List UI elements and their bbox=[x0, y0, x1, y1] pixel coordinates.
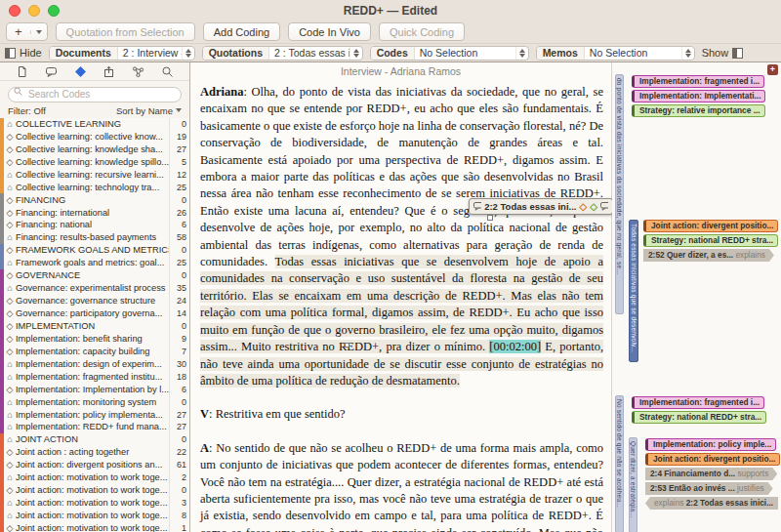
sort-control[interactable]: Sort by Name bbox=[116, 105, 182, 116]
code-row[interactable]: ◇Joint action: divergent positions an...… bbox=[0, 459, 189, 471]
code-row[interactable]: ⌂Financing: results-based payments58 bbox=[0, 231, 189, 244]
code-name: Governance: experimentalist process bbox=[16, 283, 169, 293]
code-diamond-icon[interactable]: ◇ bbox=[579, 202, 587, 212]
code-name: Implementation: policy implementa... bbox=[16, 410, 169, 420]
code-row[interactable]: ◇Collective learning: knowledge sha...27 bbox=[0, 143, 189, 155]
quotation-link-tag[interactable]: 2:4 Financiamento d... supports bbox=[645, 468, 777, 480]
code-row[interactable]: ⌂Implementation: monitoring system0 bbox=[0, 395, 189, 408]
code-count: 25 bbox=[169, 181, 189, 193]
code-label[interactable]: Strategy: relative importance ... bbox=[632, 104, 765, 117]
code-diamond-icon: ◇ bbox=[4, 132, 16, 142]
code-label[interactable]: Strategy: national REDD+ stra... bbox=[643, 234, 778, 247]
code-label[interactable]: Implementation: Implementati... bbox=[632, 90, 765, 102]
code-name: JOINT ACTION bbox=[16, 434, 169, 444]
code-label[interactable]: Implementation: policy imple... bbox=[645, 438, 776, 451]
code-count: 14 bbox=[169, 307, 189, 320]
code-row[interactable]: ◇Joint action: motivation to work toge..… bbox=[0, 522, 189, 532]
search-icon[interactable] bbox=[161, 65, 174, 78]
quotation-from-selection-button[interactable]: Quotation from Selection bbox=[56, 22, 195, 41]
quick-coding-button[interactable]: Quick Coding bbox=[379, 22, 465, 41]
code-diamond-icon: ◇ bbox=[4, 296, 16, 306]
code-count: 0 bbox=[169, 395, 189, 408]
documents-dropdown[interactable]: Documents 2 : Interview - Adrian... bbox=[49, 46, 195, 61]
code-count: 18 bbox=[169, 370, 189, 383]
search-codes-input[interactable] bbox=[8, 87, 182, 102]
code-count: 22 bbox=[169, 446, 189, 459]
code-row[interactable]: ◇Implementation: benefit sharing9 bbox=[0, 332, 189, 345]
add-coding-button[interactable]: Add Coding bbox=[203, 22, 281, 41]
code-row[interactable]: ⌂JOINT ACTION0 bbox=[0, 433, 189, 446]
code-count: 19 bbox=[169, 130, 189, 143]
code-row[interactable]: ⌂Governance: experimentalist process35 bbox=[0, 282, 189, 295]
code-label[interactable]: Strategy: national REDD+ stra... bbox=[632, 411, 766, 424]
code-row[interactable]: ⌂Implementation: REDD+ fund mana...27 bbox=[0, 421, 189, 433]
hide-panel-button[interactable]: Hide bbox=[5, 47, 42, 59]
code-row[interactable]: ◇GOVERNANCE0 bbox=[0, 269, 189, 282]
quotations-dropdown[interactable]: Quotations 2 : Todas essas inicia... bbox=[202, 46, 363, 61]
quotation-link-tag[interactable]: explains 2:2 Todas essas inici... bbox=[645, 497, 778, 510]
code-row[interactable]: ◇Collective learning: knowledge spillo..… bbox=[0, 155, 189, 168]
filter-status[interactable]: Filter: Off bbox=[8, 105, 46, 116]
code-row[interactable]: ◇Collective learning: collective know...… bbox=[0, 130, 189, 143]
stepper-arrows-icon bbox=[182, 47, 194, 60]
code-in-vivo-button[interactable]: Code In Vivo bbox=[288, 22, 371, 41]
code-row[interactable]: ⌂Collective learning: technology tra...2… bbox=[0, 181, 189, 193]
code-row[interactable]: ◇Implementation: Implementation by l...6 bbox=[0, 383, 189, 395]
selection-handle[interactable] bbox=[487, 215, 493, 221]
export-icon[interactable] bbox=[103, 65, 115, 78]
code-count: 0 bbox=[169, 269, 189, 282]
code-row[interactable]: ◇Joint action : acting together22 bbox=[0, 446, 189, 459]
code-row[interactable]: ⌂Implementation: fragmented institu...18 bbox=[0, 370, 189, 383]
code-label[interactable]: Joint action: divergent positio... bbox=[643, 220, 778, 232]
memo-bubble-icon[interactable] bbox=[45, 65, 58, 78]
quotation-stripe-1[interactable]: do ponto de vista das iniciativas da soc… bbox=[615, 74, 624, 314]
margin-add-button[interactable]: + bbox=[767, 64, 778, 75]
chevron-down-icon[interactable] bbox=[30, 30, 47, 34]
code-count: 0 bbox=[169, 320, 189, 333]
selection-handle[interactable] bbox=[345, 343, 349, 348]
code-row[interactable]: ◇FRAMEWORK GOALS AND METRICS0 bbox=[0, 244, 189, 257]
code-row[interactable]: ◇FINANCING0 bbox=[0, 193, 189, 206]
quotation-link-tag[interactable]: 2:52 Quer dizer, a es... explains bbox=[643, 249, 774, 262]
speaker-name: A bbox=[200, 441, 209, 455]
codes-diamond-icon[interactable] bbox=[74, 65, 87, 78]
memos-dropdown[interactable]: Memos No Selection bbox=[536, 46, 695, 61]
code-row[interactable]: ⌂COLLECTIVE LEARNING0 bbox=[0, 118, 189, 131]
codes-dropdown[interactable]: Codes No Selection bbox=[370, 46, 529, 61]
show-panel-button[interactable]: Show bbox=[702, 47, 744, 59]
code-name: Framework goals and metrics: goal... bbox=[16, 258, 169, 267]
code-diamond-icon[interactable]: ◇ bbox=[590, 202, 597, 212]
network-icon[interactable] bbox=[132, 65, 144, 78]
code-row[interactable]: ⌂Joint action: motivation to work toge..… bbox=[0, 471, 189, 484]
code-row[interactable]: ⌂Joint action: motivation to work toge..… bbox=[0, 510, 189, 522]
document-text[interactable]: Adriana: Olha, do ponto de vista das ini… bbox=[200, 84, 603, 532]
code-row[interactable]: ◇IMPLEMENTATION0 bbox=[0, 320, 189, 333]
new-item-button[interactable]: + bbox=[6, 22, 48, 41]
quotation-bubble-icon bbox=[600, 202, 608, 211]
quotation-stripe-4[interactable]: Quer dizer, a estratégia... bbox=[629, 437, 637, 532]
code-row[interactable]: ◇Governance: participatory governa...14 bbox=[0, 307, 189, 320]
code-row[interactable]: ⌂Implementation: policy implementa...27 bbox=[0, 408, 189, 421]
code-diamond-icon: ◇ bbox=[4, 447, 16, 457]
hide-label: Hide bbox=[20, 47, 42, 59]
quotation-stripe-2[interactable]: Todas essas iniciativas que se desenvolv… bbox=[629, 220, 638, 362]
quotation-popover[interactable]: 2:2 Todas essas ini... ◇ ◇ bbox=[469, 198, 613, 215]
code-row[interactable]: ◇Implementation: capacity building7 bbox=[0, 345, 189, 357]
code-label[interactable]: Implementation: fragmented i... bbox=[632, 75, 764, 88]
code-row[interactable]: ◇Governance: governance structure24 bbox=[0, 295, 189, 307]
content-area: Filter: Off Sort by Name ⌂COLLECTIVE LEA… bbox=[0, 62, 781, 532]
code-row[interactable]: ◇Joint action: motivation to work toge..… bbox=[0, 484, 189, 497]
documents-icon[interactable] bbox=[16, 65, 28, 78]
code-row[interactable]: ⌂Collective learning: recursive learni..… bbox=[0, 168, 189, 181]
paragraph: A: No sentido de que não se acolheu o RE… bbox=[200, 440, 603, 532]
quotation-link-tag[interactable]: 2:53 Então ao invés ... justifies bbox=[645, 482, 773, 495]
code-row[interactable]: ⌂Joint action: motivation to work toge..… bbox=[0, 497, 189, 510]
code-label[interactable]: Joint action: divergent positio... bbox=[645, 453, 780, 466]
code-label[interactable]: Implementation: fragmented i... bbox=[632, 396, 764, 409]
code-name: Collective learning: knowledge spillo... bbox=[16, 157, 169, 167]
quotation-stripe-3[interactable]: No sentido de que não se acolheu... bbox=[615, 395, 624, 532]
code-row[interactable]: ⌂Implementation: design of experim...30 bbox=[0, 357, 189, 370]
code-row[interactable]: ⌂Framework goals and metrics: goal...25 bbox=[0, 257, 189, 269]
code-row[interactable]: ◇Financing: international26 bbox=[0, 206, 189, 219]
code-row[interactable]: ◇Financing: national6 bbox=[0, 219, 189, 231]
